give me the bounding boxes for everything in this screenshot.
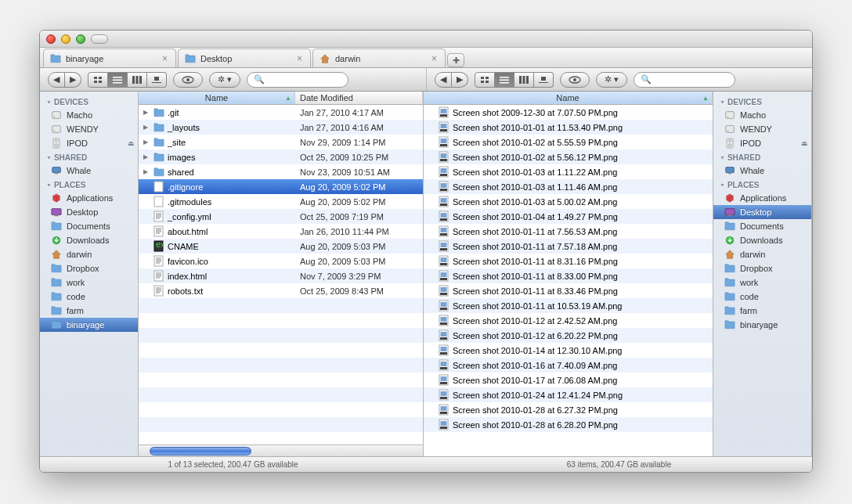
coverflow-view-button[interactable] [147, 72, 167, 88]
sidebar-item-farm[interactable]: farm [713, 304, 811, 318]
file-row[interactable]: Screen shot 2010-01-24 at 12.41.24 PM.pn… [424, 387, 713, 402]
sidebar-item-ipod[interactable]: IPOD⏏ [713, 136, 811, 150]
col-date[interactable]: Date Modified [295, 92, 423, 104]
file-row[interactable]: Screen shot 2010-01-01 at 11.53.40 PM.pn… [424, 120, 713, 135]
hscroll-left[interactable] [139, 445, 423, 456]
sidebar-item-desktop[interactable]: Desktop [713, 205, 811, 219]
sidebar-item-farm[interactable]: farm [40, 304, 138, 318]
file-row[interactable]: Screen shot 2010-01-02 at 5.55.59 PM.png [424, 135, 713, 149]
file-row[interactable]: favicon.icoAug 20, 2009 5:03 PM [139, 254, 423, 268]
tab-darwin[interactable]: darwin× [312, 49, 446, 67]
file-row[interactable]: about.htmlJan 26, 2010 11:44 PM [139, 224, 423, 239]
tab-desktop[interactable]: Desktop× [178, 49, 311, 67]
new-tab-button[interactable]: ✚ [447, 53, 464, 67]
action-button-2[interactable]: ✲ ▾ [596, 72, 627, 88]
disclosure-icon[interactable]: ▶ [142, 109, 150, 116]
file-row[interactable]: Screen shot 2010-01-12 at 6.20.22 PM.png [424, 328, 713, 343]
sidebar-item-work[interactable]: work [713, 275, 811, 290]
sidebar-item-darwin[interactable]: darwin [40, 247, 138, 261]
sidebar-item-macho[interactable]: Macho [713, 108, 811, 122]
sidebar-item-documents[interactable]: Documents [713, 219, 811, 233]
file-row[interactable]: Screen shot 2010-01-03 at 1.11.46 AM.png [424, 179, 713, 194]
sidebar-header[interactable]: SHARED [713, 150, 811, 164]
sidebar-header[interactable]: DEVICES [713, 95, 811, 108]
search-field[interactable]: 🔍 [247, 72, 348, 88]
file-row[interactable]: Screen shot 2010-01-11 at 8.33.46 PM.png [424, 283, 713, 298]
sidebar-header[interactable]: PLACES [40, 178, 138, 191]
sidebar-header[interactable]: SHARED [40, 150, 138, 164]
titlebar[interactable] [40, 31, 812, 48]
sidebar-item-downloads[interactable]: Downloads [40, 233, 138, 247]
back-button-2[interactable]: ◀ [435, 72, 452, 88]
file-row[interactable]: Screen shot 2010-01-04 at 1.49.27 PM.png [424, 209, 713, 224]
list-view-button-2[interactable] [495, 72, 514, 88]
sidebar-left[interactable]: DEVICESMachoWENDYIPOD⏏SHAREDWhalePLACESA… [40, 92, 139, 456]
file-row[interactable]: Screen shot 2010-01-11 at 7.56.53 AM.png [424, 224, 713, 239]
tab-binaryage[interactable]: binaryage× [43, 49, 176, 67]
file-list-right[interactable]: Screen shot 2009-12-30 at 7.07.50 PM.png… [424, 105, 713, 456]
sidebar-item-wendy[interactable]: WENDY [713, 122, 811, 136]
list-view-button[interactable] [108, 72, 128, 88]
disclosure-icon[interactable]: ▶ [142, 139, 150, 146]
file-row[interactable]: Screen shot 2010-01-11 at 8.33.00 PM.png [424, 268, 713, 283]
file-row[interactable]: ▶sharedNov 23, 2009 10:51 AM [139, 164, 423, 179]
sidebar-item-code[interactable]: code [713, 290, 811, 304]
sidebar-item-work[interactable]: work [40, 275, 138, 290]
zoom-icon[interactable] [76, 34, 85, 44]
sidebar-item-whale[interactable]: Whale [40, 164, 138, 178]
forward-button-2[interactable]: ▶ [452, 72, 468, 88]
sidebar-item-documents[interactable]: Documents [40, 219, 138, 233]
file-row[interactable]: Screen shot 2010-01-03 at 5.00.02 AM.png [424, 194, 713, 209]
sidebar-item-ipod[interactable]: IPOD⏏ [40, 136, 138, 150]
file-row[interactable]: exeCNAMEAug 20, 2009 5:03 PM [139, 239, 423, 254]
file-row[interactable]: _config.ymlOct 25, 2009 7:19 PM [139, 209, 423, 224]
minimize-icon[interactable] [61, 34, 70, 44]
tab-close-icon[interactable]: × [162, 53, 168, 64]
sidebar-item-darwin[interactable]: darwin [713, 247, 811, 261]
disclosure-icon[interactable]: ▶ [142, 124, 150, 131]
tab-close-icon[interactable]: × [431, 53, 437, 64]
file-row[interactable]: ▶.gitJan 27, 2010 4:17 AM [139, 105, 423, 120]
sidebar-item-dropbox[interactable]: Dropbox [40, 261, 138, 275]
file-row[interactable]: Screen shot 2010-01-02 at 5.56.12 PM.png [424, 149, 713, 164]
file-row[interactable]: Screen shot 2010-01-17 at 7.06.08 AM.png [424, 373, 713, 387]
file-row[interactable]: Screen shot 2010-01-28 at 6.27.32 PM.png [424, 402, 713, 417]
file-row[interactable]: Screen shot 2010-01-11 at 7.57.18 AM.png [424, 239, 713, 254]
sidebar-item-applications[interactable]: Applications [713, 191, 811, 205]
file-row[interactable]: Screen shot 2010-01-11 at 10.53.19 AM.pn… [424, 298, 713, 313]
col-name[interactable]: Name▲ [139, 92, 295, 104]
file-row[interactable]: ▶_siteNov 29, 2009 1:14 PM [139, 135, 423, 149]
file-row[interactable]: Screen shot 2010-01-03 at 1.11.22 AM.png [424, 164, 713, 179]
eject-icon[interactable]: ⏏ [128, 139, 135, 147]
quicklook-button-2[interactable] [560, 72, 590, 88]
sidebar-header[interactable]: PLACES [713, 178, 811, 191]
disclosure-icon[interactable]: ▶ [142, 168, 150, 175]
coverflow-view-button-2[interactable] [534, 72, 554, 88]
sidebar-item-wendy[interactable]: WENDY [40, 122, 138, 136]
action-button[interactable]: ✲ ▾ [209, 72, 240, 88]
file-row[interactable]: Screen shot 2010-01-12 at 2.42.52 AM.png [424, 313, 713, 328]
file-row[interactable]: Screen shot 2010-01-28 at 6.28.20 PM.png [424, 417, 713, 432]
column-view-button-2[interactable] [514, 72, 534, 88]
forward-button[interactable]: ▶ [65, 72, 81, 88]
sidebar-item-dropbox[interactable]: Dropbox [713, 261, 811, 275]
search-input[interactable] [265, 75, 341, 85]
sidebar-item-applications[interactable]: Applications [40, 191, 138, 205]
column-view-button[interactable] [128, 72, 147, 88]
file-row[interactable]: Screen shot 2010-01-16 at 7.40.09 AM.png [424, 358, 713, 373]
file-row[interactable]: .gitignoreAug 20, 2009 5:02 PM [139, 179, 423, 194]
sidebar-item-code[interactable]: code [40, 290, 138, 304]
file-row[interactable]: Screen shot 2009-12-30 at 7.07.50 PM.png [424, 105, 713, 120]
file-list-left[interactable]: ▶.gitJan 27, 2010 4:17 AM▶_layoutsJan 27… [139, 105, 423, 445]
sidebar-header[interactable]: DEVICES [40, 95, 138, 108]
col-name-2[interactable]: Name▲ [424, 92, 713, 104]
sidebar-item-macho[interactable]: Macho [40, 108, 138, 122]
disclosure-icon[interactable]: ▶ [142, 153, 150, 160]
back-button[interactable]: ◀ [48, 72, 65, 88]
sidebar-item-downloads[interactable]: Downloads [713, 233, 811, 247]
toolbar-toggle-icon[interactable] [91, 34, 108, 44]
icon-view-button[interactable] [88, 72, 108, 88]
sidebar-item-binaryage[interactable]: binaryage [713, 318, 811, 332]
file-row[interactable]: ▶imagesOct 25, 2009 10:25 PM [139, 149, 423, 164]
tab-close-icon[interactable]: × [297, 53, 302, 64]
